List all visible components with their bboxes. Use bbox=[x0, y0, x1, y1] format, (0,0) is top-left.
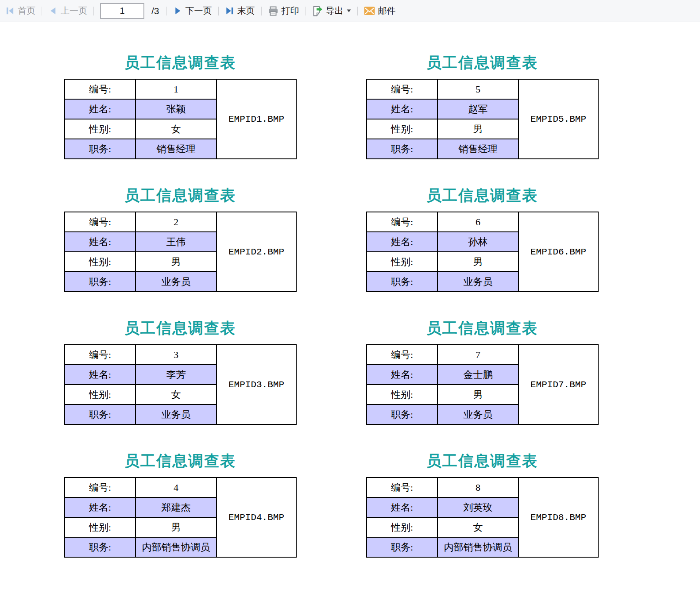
last-page-icon bbox=[225, 6, 234, 15]
card-title: 员工信息调查表 bbox=[366, 188, 598, 203]
export-button[interactable]: 导出 bbox=[308, 5, 356, 17]
employee-card: 员工信息调查表 编号: 8 EMPID8.BMP 姓名: 刘英玫 性别: 女 职… bbox=[366, 454, 598, 586]
toolbar-separator bbox=[261, 7, 262, 15]
field-label-gender: 性别: bbox=[65, 517, 135, 537]
prev-page-label: 上一页 bbox=[61, 5, 87, 17]
field-value-gender: 男 bbox=[437, 119, 518, 139]
field-value-name: 郑建杰 bbox=[135, 497, 217, 517]
employee-card: 员工信息调查表 编号: 3 EMPID3.BMP 姓名: 李芳 性别: 女 职务… bbox=[64, 321, 296, 454]
field-value-position: 销售经理 bbox=[437, 139, 518, 159]
field-label-position: 职务: bbox=[65, 272, 135, 292]
field-value-gender: 男 bbox=[437, 252, 518, 272]
card-title: 员工信息调查表 bbox=[64, 55, 296, 70]
field-value-name: 金士鹏 bbox=[437, 365, 518, 385]
field-value-gender: 女 bbox=[135, 119, 217, 139]
field-label-position: 职务: bbox=[367, 139, 437, 159]
card-title: 员工信息调查表 bbox=[366, 454, 598, 469]
field-value-position: 业务员 bbox=[135, 404, 217, 424]
field-label-id: 编号: bbox=[65, 345, 135, 365]
toolbar-separator bbox=[357, 7, 358, 15]
photo-filename: EMPID7.BMP bbox=[518, 345, 598, 424]
photo-filename: EMPID2.BMP bbox=[217, 212, 296, 292]
cards-grid: 员工信息调查表 编号: 1 EMPID1.BMP 姓名: 张颖 性别: 女 职务… bbox=[64, 55, 700, 586]
field-value-name: 张颖 bbox=[135, 99, 217, 119]
printer-icon bbox=[268, 6, 278, 16]
next-page-label: 下一页 bbox=[186, 5, 212, 17]
first-page-icon bbox=[5, 6, 15, 15]
field-value-position: 销售经理 bbox=[135, 139, 217, 159]
field-label-name: 姓名: bbox=[65, 232, 135, 252]
next-page-button[interactable]: 下一页 bbox=[169, 5, 217, 17]
employee-card: 员工信息调查表 编号: 6 EMPID6.BMP 姓名: 孙林 性别: 男 职务… bbox=[366, 188, 598, 321]
field-value-id: 2 bbox=[135, 212, 217, 232]
field-label-name: 姓名: bbox=[65, 365, 135, 385]
field-value-position: 业务员 bbox=[437, 404, 518, 424]
field-label-name: 姓名: bbox=[65, 99, 135, 119]
employee-table: 编号: 4 EMPID4.BMP 姓名: 郑建杰 性别: 男 职务: 内部销售协… bbox=[64, 477, 297, 558]
dropdown-caret-icon bbox=[347, 9, 351, 12]
field-label-id: 编号: bbox=[367, 79, 437, 99]
field-value-gender: 男 bbox=[437, 385, 518, 404]
field-value-name: 王伟 bbox=[135, 232, 217, 252]
field-label-gender: 性别: bbox=[65, 119, 135, 139]
first-page-button[interactable]: 首页 bbox=[1, 5, 40, 17]
field-label-position: 职务: bbox=[367, 404, 437, 424]
export-label: 导出 bbox=[326, 5, 344, 17]
field-label-gender: 性别: bbox=[65, 385, 135, 404]
field-label-position: 职务: bbox=[65, 537, 135, 557]
photo-filename: EMPID5.BMP bbox=[518, 79, 598, 159]
toolbar-separator bbox=[93, 7, 94, 15]
report-page: 员工信息调查表 编号: 1 EMPID1.BMP 姓名: 张颖 性别: 女 职务… bbox=[0, 22, 700, 586]
field-label-position: 职务: bbox=[65, 139, 135, 159]
field-value-name: 孙林 bbox=[437, 232, 518, 252]
field-label-name: 姓名: bbox=[65, 497, 135, 517]
toolbar-separator bbox=[42, 7, 42, 15]
field-value-name: 李芳 bbox=[135, 365, 217, 385]
employee-table: 编号: 8 EMPID8.BMP 姓名: 刘英玫 性别: 女 职务: 内部销售协… bbox=[366, 477, 599, 558]
field-label-position: 职务: bbox=[65, 404, 135, 424]
photo-filename: EMPID8.BMP bbox=[518, 477, 598, 557]
next-page-icon bbox=[173, 6, 182, 15]
last-page-label: 末页 bbox=[237, 5, 255, 17]
field-value-position: 业务员 bbox=[437, 272, 518, 292]
field-value-gender: 男 bbox=[135, 252, 217, 272]
employee-card: 员工信息调查表 编号: 1 EMPID1.BMP 姓名: 张颖 性别: 女 职务… bbox=[64, 55, 296, 188]
mail-label: 邮件 bbox=[378, 5, 396, 17]
page-number-input[interactable] bbox=[100, 3, 144, 19]
employee-card: 员工信息调查表 编号: 7 EMPID7.BMP 姓名: 金士鹏 性别: 男 职… bbox=[366, 321, 598, 454]
field-value-position: 业务员 bbox=[135, 272, 217, 292]
field-label-position: 职务: bbox=[367, 537, 437, 557]
field-label-gender: 性别: bbox=[65, 252, 135, 272]
toolbar-separator bbox=[166, 7, 167, 15]
field-label-gender: 性别: bbox=[367, 119, 437, 139]
print-label: 打印 bbox=[282, 5, 299, 17]
field-label-name: 姓名: bbox=[367, 497, 437, 517]
print-button[interactable]: 打印 bbox=[263, 5, 304, 17]
prev-page-button[interactable]: 上一页 bbox=[44, 5, 92, 17]
photo-filename: EMPID6.BMP bbox=[518, 212, 598, 292]
field-label-id: 编号: bbox=[367, 477, 437, 497]
mail-button[interactable]: 邮件 bbox=[360, 5, 400, 17]
last-page-button[interactable]: 末页 bbox=[220, 5, 259, 17]
field-value-name: 赵军 bbox=[437, 99, 518, 119]
first-page-label: 首页 bbox=[18, 5, 35, 17]
toolbar-separator bbox=[306, 7, 306, 15]
page-total-label: /3 bbox=[151, 6, 159, 16]
employee-table: 编号: 6 EMPID6.BMP 姓名: 孙林 性别: 男 职务: 业务员 bbox=[366, 212, 599, 292]
field-value-position: 内部销售协调员 bbox=[135, 537, 217, 557]
field-value-gender: 女 bbox=[135, 385, 217, 404]
field-value-gender: 男 bbox=[135, 517, 217, 537]
field-label-name: 姓名: bbox=[367, 99, 437, 119]
employee-card: 员工信息调查表 编号: 5 EMPID5.BMP 姓名: 赵军 性别: 男 职务… bbox=[366, 55, 598, 188]
photo-filename: EMPID4.BMP bbox=[217, 477, 296, 557]
toolbar-separator bbox=[218, 7, 219, 15]
field-label-position: 职务: bbox=[367, 272, 437, 292]
export-icon bbox=[312, 6, 323, 16]
field-value-id: 4 bbox=[135, 477, 217, 497]
field-value-position: 内部销售协调员 bbox=[437, 537, 518, 557]
employee-table: 编号: 3 EMPID3.BMP 姓名: 李芳 性别: 女 职务: 业务员 bbox=[64, 344, 297, 425]
employee-table: 编号: 5 EMPID5.BMP 姓名: 赵军 性别: 男 职务: 销售经理 bbox=[366, 79, 599, 159]
employee-card: 员工信息调查表 编号: 4 EMPID4.BMP 姓名: 郑建杰 性别: 男 职… bbox=[64, 454, 296, 586]
field-value-id: 5 bbox=[437, 79, 518, 99]
field-value-id: 8 bbox=[437, 477, 518, 497]
